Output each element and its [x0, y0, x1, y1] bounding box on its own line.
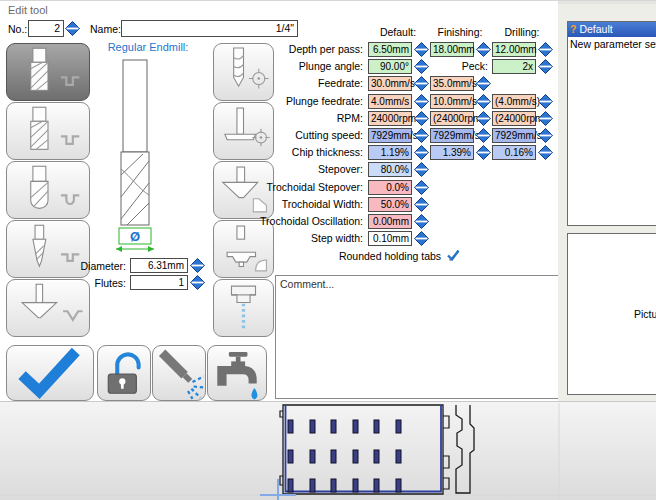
diameter-input[interactable]: 6.31mm: [130, 258, 188, 273]
param-field[interactable]: 1.19%: [368, 145, 412, 160]
diameter-spinner-icon[interactable]: [190, 258, 205, 273]
spinner-icon[interactable]: [414, 180, 429, 195]
spinner-icon[interactable]: [476, 128, 491, 143]
spinner-icon[interactable]: [538, 111, 553, 126]
parameter-set-list: ?DefaultNew parameter set...: [567, 21, 656, 226]
param-field[interactable]: 0.00mm: [368, 214, 412, 229]
spinner-icon[interactable]: [476, 145, 491, 160]
param-row-label: Trochoidal Stepover:: [240, 180, 363, 195]
parameter-set-item-0[interactable]: ?Default: [568, 22, 656, 37]
param-field[interactable]: 7929mm/s: [430, 128, 474, 143]
parameter-set-label: New parameter set...: [570, 37, 656, 52]
param-field[interactable]: 6.50mm: [368, 42, 412, 57]
param-field[interactable]: 24000rpm: [368, 111, 412, 126]
spray-icon: [153, 346, 205, 400]
spinner-icon[interactable]: [476, 111, 491, 126]
param-field[interactable]: 80.0%: [368, 162, 412, 177]
endmill-icon: [7, 103, 89, 159]
param-field[interactable]: 30.0mm/s: [368, 76, 412, 91]
tool-button-laser[interactable]: [213, 279, 274, 337]
faucet-icon: [208, 346, 266, 400]
ballnose-icon: [7, 162, 89, 218]
param-field[interactable]: 10.0mm/s: [430, 94, 474, 109]
spinner-icon[interactable]: [476, 42, 491, 57]
spinner-icon[interactable]: [476, 76, 491, 91]
flutes-input[interactable]: 1: [130, 275, 188, 290]
spinner-icon[interactable]: [538, 128, 553, 143]
tool-preview-drawing: Ø: [103, 57, 167, 253]
dialog-title: Edit tool: [8, 4, 48, 16]
param-field[interactable]: 4.0mm/s: [368, 94, 412, 109]
param-row-label: Feedrate:: [240, 76, 363, 91]
picture-panel-label: Picture: [634, 308, 656, 320]
spinner-icon[interactable]: [414, 94, 429, 109]
param-field[interactable]: 0.10mm: [368, 231, 412, 246]
spinner-icon[interactable]: [414, 42, 429, 57]
param-col-header-2: Drilling:: [487, 25, 557, 39]
param-field[interactable]: 7929mm/s: [368, 128, 412, 143]
spinner-icon[interactable]: [414, 128, 429, 143]
edit-tool-dialog: Edit tool No.: 2 Name: 1/4" Regular Endm…: [0, 0, 656, 500]
param-row-label: Plunge angle:: [240, 59, 363, 74]
param-col-header-0: Default:: [363, 25, 433, 39]
coolant-button[interactable]: [207, 345, 267, 401]
spinner-icon[interactable]: [414, 197, 429, 212]
param-row-label: Step width:: [240, 231, 363, 246]
spinner-icon[interactable]: [538, 42, 553, 57]
spray-button[interactable]: [152, 345, 206, 401]
spinner-icon[interactable]: [414, 145, 429, 160]
tool-button-endmill[interactable]: [6, 102, 90, 160]
param-row-label: Plunge feedrate:: [240, 94, 363, 109]
spinner-icon[interactable]: [414, 76, 429, 91]
comment-input[interactable]: Comment...: [275, 275, 565, 399]
spinner-icon[interactable]: [538, 145, 553, 160]
param-row-label: Stepover:: [240, 162, 363, 177]
param-field[interactable]: (24000rpm): [492, 111, 536, 126]
parameter-set-item-1[interactable]: New parameter set...: [568, 37, 656, 52]
param-field[interactable]: (4.0mm/s): [492, 94, 536, 109]
check-icon: [7, 346, 93, 400]
holding-tabs-check-icon[interactable]: [446, 248, 461, 263]
param-field[interactable]: 90.00°: [368, 59, 412, 74]
param-col-header-1: Finishing:: [425, 25, 495, 39]
cad-drawing: [0, 402, 656, 500]
parameter-set-label: Default: [579, 22, 612, 37]
diameter-label: Diameter:: [58, 259, 126, 274]
spinner-icon[interactable]: [414, 59, 429, 74]
spinner-icon[interactable]: [538, 59, 553, 74]
tool-button-roughing-endmill[interactable]: [6, 43, 90, 101]
param-field[interactable]: 35.0mm/s: [430, 76, 474, 91]
param-field[interactable]: 0.0%: [368, 180, 412, 195]
param-field[interactable]: 7929mm/s: [492, 128, 536, 143]
flutes-label: Flutes:: [58, 276, 126, 291]
spinner-icon[interactable]: [414, 214, 429, 229]
spinner-icon[interactable]: [476, 94, 491, 109]
param-row-label: Depth per pass:: [240, 42, 363, 57]
param-field[interactable]: 12.00mm: [492, 42, 536, 57]
confirm-button[interactable]: [6, 345, 94, 401]
picture-panel[interactable]: Picture: [567, 233, 656, 395]
param-field[interactable]: (24000rpm): [430, 111, 474, 126]
diameter-symbol: Ø: [130, 229, 140, 244]
endmill-icon: [7, 44, 89, 100]
tool-button-ballnose[interactable]: [6, 161, 90, 219]
flutes-spinner-icon[interactable]: [190, 275, 205, 290]
param-field[interactable]: 18.00mm: [430, 42, 474, 57]
tool-number-input[interactable]: 2: [28, 20, 64, 37]
spinner-icon[interactable]: [414, 162, 429, 177]
param-field[interactable]: 0.16%: [492, 145, 536, 160]
param-field[interactable]: 2x: [492, 59, 536, 74]
peck-label: Peck:: [240, 59, 488, 74]
tool-number-label: No.:: [8, 22, 27, 37]
param-field[interactable]: 50.0%: [368, 197, 412, 212]
tool-number-spinner-icon[interactable]: [65, 21, 80, 36]
holding-tabs-row: Rounded holding tabs: [240, 248, 560, 263]
unlock-button[interactable]: [97, 345, 151, 401]
tool-name-label: Name:: [90, 22, 121, 37]
spinner-icon[interactable]: [414, 111, 429, 126]
param-row-label: Cutting speed:: [240, 128, 363, 143]
lock-open-icon: [98, 346, 150, 400]
spinner-icon[interactable]: [414, 231, 429, 246]
param-field[interactable]: 1.39%: [430, 145, 474, 160]
spinner-icon[interactable]: [538, 94, 553, 109]
